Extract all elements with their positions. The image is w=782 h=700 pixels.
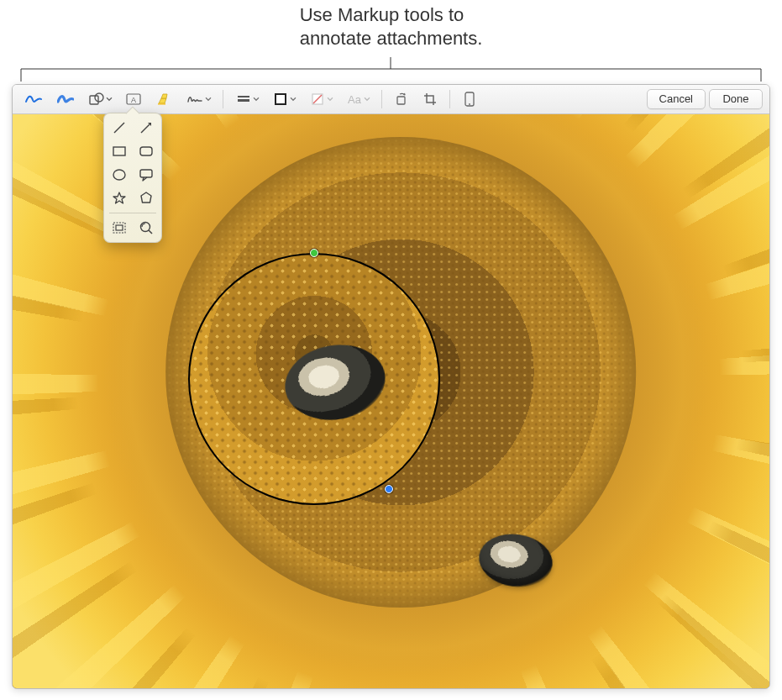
callout-bracket xyxy=(20,57,762,82)
crop-icon xyxy=(423,92,437,106)
shape-star[interactable] xyxy=(109,189,129,208)
shape-style-icon xyxy=(237,94,250,104)
chevron-down-icon xyxy=(290,97,297,102)
svg-rect-19 xyxy=(113,223,125,233)
device-button[interactable] xyxy=(457,89,482,109)
toolbar-separator xyxy=(381,90,382,108)
shape-speech-bubble[interactable] xyxy=(136,166,156,184)
chevron-down-icon xyxy=(253,97,260,102)
loupe-ring xyxy=(188,253,440,505)
fill-color-icon xyxy=(312,93,323,105)
svg-rect-6 xyxy=(238,99,249,102)
loupe-annotation[interactable] xyxy=(188,253,440,505)
text-style-button[interactable]: Aa xyxy=(341,89,375,109)
shape-rectangle[interactable] xyxy=(109,142,129,161)
shape-arrow[interactable] xyxy=(136,118,156,137)
border-color-icon xyxy=(275,93,286,105)
loupe-magnify-handle[interactable] xyxy=(385,485,393,493)
shape-mask[interactable] xyxy=(109,218,129,237)
border-color-button[interactable] xyxy=(267,89,301,109)
shapes-button[interactable] xyxy=(83,89,117,109)
chevron-down-icon xyxy=(364,97,370,102)
shapes-icon xyxy=(89,92,104,106)
sign-icon xyxy=(186,93,203,105)
markup-toolbar: A xyxy=(13,85,769,114)
fill-color-button[interactable] xyxy=(304,89,338,109)
shape-polygon[interactable] xyxy=(136,189,156,208)
svg-rect-18 xyxy=(140,170,152,177)
shapes-popover xyxy=(103,113,162,243)
shape-style-button[interactable] xyxy=(230,89,264,109)
device-icon xyxy=(464,92,475,107)
done-label: Done xyxy=(722,92,748,105)
svg-rect-4 xyxy=(158,103,165,105)
caption-line1: Use Markup tools to xyxy=(300,4,464,25)
cancel-button[interactable]: Cancel xyxy=(647,89,706,109)
text-button[interactable]: A xyxy=(120,89,147,109)
rotate-icon xyxy=(395,92,408,106)
toolbar-separator xyxy=(449,90,450,108)
svg-rect-0 xyxy=(90,96,98,104)
text-icon: A xyxy=(126,93,141,105)
svg-rect-20 xyxy=(116,225,123,230)
draw-button[interactable] xyxy=(51,89,80,109)
done-button[interactable]: Done xyxy=(709,89,763,109)
svg-rect-16 xyxy=(140,147,152,155)
svg-point-12 xyxy=(469,103,470,105)
draw-icon xyxy=(57,93,74,105)
loupe-resize-handle[interactable] xyxy=(310,249,318,257)
highlight-icon xyxy=(156,92,171,106)
cancel-label: Cancel xyxy=(659,92,693,105)
chevron-down-icon xyxy=(205,97,212,102)
svg-point-17 xyxy=(113,170,125,180)
svg-point-1 xyxy=(95,93,103,102)
rotate-button[interactable] xyxy=(389,89,414,109)
shape-rounded-rectangle[interactable] xyxy=(136,142,156,161)
sign-button[interactable] xyxy=(181,89,216,109)
chevron-down-icon xyxy=(106,97,113,102)
shape-loupe[interactable] xyxy=(136,218,156,237)
svg-rect-10 xyxy=(397,97,405,104)
sketch-icon xyxy=(25,93,42,105)
svg-line-22 xyxy=(149,230,152,234)
svg-rect-7 xyxy=(276,94,286,104)
crop-button[interactable] xyxy=(417,89,443,109)
svg-line-14 xyxy=(141,124,150,133)
svg-line-13 xyxy=(114,123,124,133)
annotation-caption: Use Markup tools to annotate attachments… xyxy=(0,0,782,84)
shape-oval[interactable] xyxy=(109,166,129,184)
caption-line2: annotate attachments. xyxy=(300,28,483,49)
svg-text:A: A xyxy=(131,96,136,104)
svg-rect-15 xyxy=(113,147,125,155)
sketch-button[interactable] xyxy=(19,89,48,109)
toolbar-separator xyxy=(223,90,223,108)
markup-window: A xyxy=(12,84,770,689)
highlight-button[interactable] xyxy=(150,89,177,109)
svg-rect-5 xyxy=(238,96,249,97)
text-style-label: Aa xyxy=(348,93,361,106)
chevron-down-icon xyxy=(327,97,333,102)
shape-line[interactable] xyxy=(109,118,129,137)
